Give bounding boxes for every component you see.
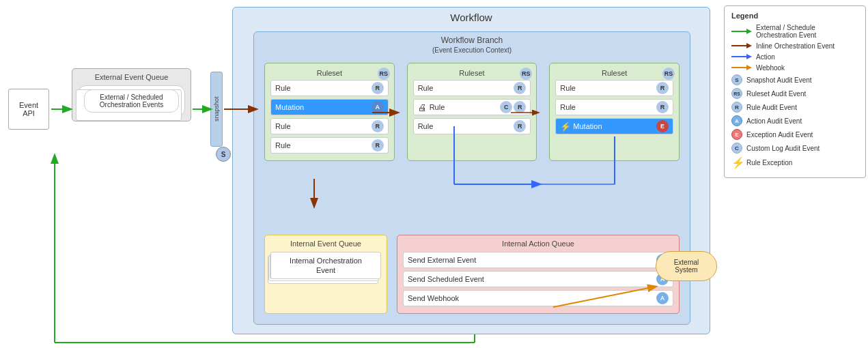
rulesets-row: Ruleset RS Rule R Mutation A Rule R Rule… <box>264 63 680 161</box>
queues-row: Internal Event Queue Internal Orchestrat… <box>264 235 680 314</box>
internal-action-queue-title: Internal Action Queue <box>403 240 673 248</box>
legend-blue-label: Action <box>756 53 775 61</box>
ruleset-2-badge: RS <box>520 68 532 80</box>
ext-event-queue-title: External Event Queue <box>78 73 185 81</box>
legend-brown-arrow <box>731 42 752 50</box>
legend-exception-label: Rule Exception <box>746 159 792 166</box>
internal-orch-event-stack: Internal OrchestrationEvent <box>270 252 381 279</box>
legend-blue-arrow <box>731 53 752 61</box>
workflow-title: Workflow <box>233 8 710 25</box>
branch-title: Workflow Branch(Event Execution Context) <box>254 32 690 56</box>
internal-event-queue-title: Internal Event Queue <box>270 240 381 248</box>
rule-badge-r: R <box>372 139 384 151</box>
internal-orch-event-item: Internal OrchestrationEvent <box>270 252 381 279</box>
rule-badge-r: R <box>372 82 384 94</box>
exception-icon: ⚡ <box>560 121 571 132</box>
legend-e-circle: E <box>731 129 742 140</box>
rule-badge-r: R <box>372 120 384 132</box>
legend-item-a: A Action Audit Event <box>731 115 858 126</box>
legend-exception-icon: ⚡ <box>731 156 742 169</box>
ext-orch-events-label: External / ScheduledOrchestration Events <box>100 93 163 108</box>
legend-orange-arrow <box>731 63 752 72</box>
rule-row: Rule R <box>270 137 389 154</box>
badge-e: E <box>656 120 669 132</box>
ruleset-1-title: Ruleset <box>270 69 389 77</box>
legend-e-label: Exception Audit Event <box>746 131 813 139</box>
legend-item-brown: Inline Orchestration Event <box>731 42 858 50</box>
rule-badge-r: R <box>514 82 526 94</box>
legend-item-e: E Exception Audit Event <box>731 129 858 140</box>
legend-c-label: Custom Log Audit Event <box>746 145 820 152</box>
legend-green-arrow <box>731 27 752 35</box>
badge-c: C <box>500 101 512 113</box>
legend-s-label: Snapshot Audit Event <box>746 76 812 84</box>
legend-item-green: External / ScheduleOrchestration Event <box>731 24 858 39</box>
legend-title: Legend <box>731 12 858 20</box>
ruleset-2: Ruleset RS Rule R 🖨 Rule C R Rule R <box>407 63 537 161</box>
legend-a-label: Action Audit Event <box>746 117 802 125</box>
rule-row: Rule R <box>413 80 531 96</box>
legend-rs-circle: RS <box>731 88 742 99</box>
ruleset-1: Ruleset RS Rule R Mutation A Rule R Rule… <box>264 63 395 161</box>
ruleset-3: Ruleset RS Rule R Rule R ⚡ Mutation E <box>549 63 680 161</box>
external-event-queue: External Event Queue External / Schedule… <box>72 68 191 121</box>
legend-green-label: External / ScheduleOrchestration Event <box>756 24 816 39</box>
legend-item-blue: Action <box>731 53 858 61</box>
snapshot-s-badge: S <box>216 147 231 162</box>
mutation-badge-a: A <box>372 101 384 113</box>
rule-row: Rule R <box>555 80 673 96</box>
legend-item-rs: RS Ruleset Audit Event <box>731 88 858 99</box>
external-system: External System <box>656 251 717 281</box>
legend-item-orange: Webhook <box>731 63 858 72</box>
ruleset-3-badge: RS <box>662 68 675 80</box>
send-webhook-item: Send Webhook A <box>403 290 673 306</box>
snapshot-label: snapshot <box>210 72 223 147</box>
event-api-box: Event API <box>8 89 49 130</box>
legend-item-c: C Custom Log Audit Event <box>731 143 858 154</box>
ruleset-1-badge: RS <box>378 68 390 80</box>
legend-item-exception: ⚡ Rule Exception <box>731 156 858 169</box>
rule-row: Rule R <box>413 118 531 134</box>
legend-rs-label: Ruleset Audit Event <box>746 90 806 98</box>
legend-r-label: Rule Audit Event <box>746 104 797 111</box>
rule-row: Rule R <box>555 99 673 115</box>
internal-event-queue: Internal Event Queue Internal Orchestrat… <box>264 235 387 314</box>
legend-c-circle: C <box>731 143 742 154</box>
cloud-shape: External System <box>656 251 717 281</box>
external-system-label: External System <box>674 259 699 274</box>
internal-action-queue: Internal Action Queue Send External Even… <box>397 235 680 314</box>
rule-row-icon: 🖨 Rule C R <box>413 99 531 115</box>
mutation-exc-row: ⚡ Mutation E <box>555 118 673 134</box>
rule-badge-r: R <box>656 82 669 94</box>
rule-row: Rule R <box>270 80 389 96</box>
printer-icon: 🖨 <box>418 102 427 113</box>
ext-orch-events-item: External / ScheduledOrchestration Events <box>78 85 185 117</box>
legend-r-circle: R <box>731 102 742 113</box>
workflow-branch: Workflow Branch(Event Execution Context)… <box>253 31 690 325</box>
action-badge-a3: A <box>656 292 669 304</box>
ruleset-2-title: Ruleset <box>413 69 531 77</box>
send-external-event-item: Send External Event A <box>403 252 673 268</box>
legend-brown-label: Inline Orchestration Event <box>756 42 835 50</box>
legend-s-circle: S <box>731 74 742 85</box>
ruleset-3-title: Ruleset <box>555 69 673 77</box>
legend-box: Legend External / ScheduleOrchestration … <box>724 5 866 178</box>
legend-a-circle: A <box>731 115 742 126</box>
badge-r: R <box>514 101 526 113</box>
legend-item-s: S Snapshot Audit Event <box>731 74 858 85</box>
rule-badge-r: R <box>656 101 669 113</box>
rule-row: Rule R <box>270 118 389 134</box>
legend-item-r: R Rule Audit Event <box>731 102 858 113</box>
workflow-area: Workflow Workflow Branch(Event Execution… <box>232 7 710 334</box>
mutation-row-1: Mutation A <box>270 99 389 115</box>
event-api-label: Event API <box>19 101 38 117</box>
rule-badge-r: R <box>514 120 526 132</box>
legend-orange-label: Webhook <box>756 64 785 72</box>
send-scheduled-event-item: Send Scheduled Event A <box>403 271 673 287</box>
